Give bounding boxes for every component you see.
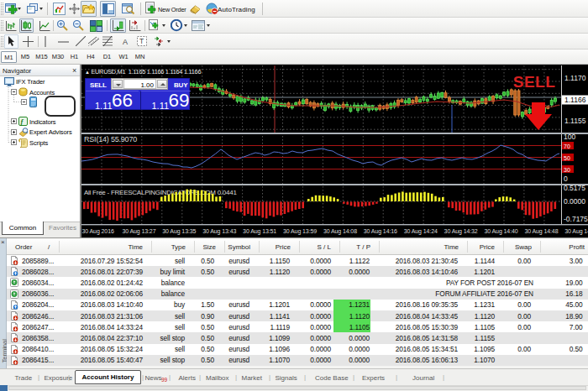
svg-text:30 Aug 14:16: 30 Aug 14:16 <box>364 228 397 235</box>
svg-text:30 Aug 14:58: 30 Aug 14:58 <box>564 228 588 235</box>
svg-text:30 Aug 2016: 30 Aug 2016 <box>82 228 114 235</box>
svg-text:30 Aug 13:59: 30 Aug 13:59 <box>283 228 317 235</box>
svg-text:30 Aug 13:51: 30 Aug 13:51 <box>243 228 276 235</box>
svg-text:100: 100 <box>564 133 575 141</box>
svg-text:0.5175: 0.5175 <box>564 184 585 192</box>
svg-text:30 Aug 13:27: 30 Aug 13:27 <box>122 228 155 235</box>
svg-text:1.1170: 1.1170 <box>564 74 586 82</box>
svg-text:50: 50 <box>564 155 570 161</box>
svg-text:0: 0 <box>564 175 568 183</box>
svg-text:30 Aug 13:43: 30 Aug 13:43 <box>202 228 236 235</box>
svg-text:30 Aug 14:32: 30 Aug 14:32 <box>444 228 478 235</box>
svg-text:-0.7175: -0.7175 <box>564 215 588 223</box>
svg-text:30 Aug 14:48: 30 Aug 14:48 <box>524 228 558 235</box>
svg-text:30: 30 <box>564 167 570 173</box>
svg-text:All Free - FREESCALPINGINDICAT: All Free - FREESCALPINGINDICATORS.COM 0.… <box>84 189 237 196</box>
svg-text:SELL: SELL <box>513 73 556 91</box>
svg-text:1.1166: 1.1166 <box>564 96 586 104</box>
svg-text:70: 70 <box>564 143 570 149</box>
svg-text:30 Aug 13:35: 30 Aug 13:35 <box>162 228 196 235</box>
svg-text:30 Aug 14:40: 30 Aug 14:40 <box>485 228 518 235</box>
svg-text:RSI(14) 55.9070: RSI(14) 55.9070 <box>84 135 137 143</box>
svg-text:1.1155: 1.1155 <box>564 117 586 125</box>
svg-text:T: T <box>139 37 144 45</box>
svg-text:30 Aug 14:08: 30 Aug 14:08 <box>323 228 357 235</box>
svg-text:0.0000: 0.0000 <box>564 197 585 206</box>
svg-text:30 Aug 14:24: 30 Aug 14:24 <box>404 228 438 235</box>
